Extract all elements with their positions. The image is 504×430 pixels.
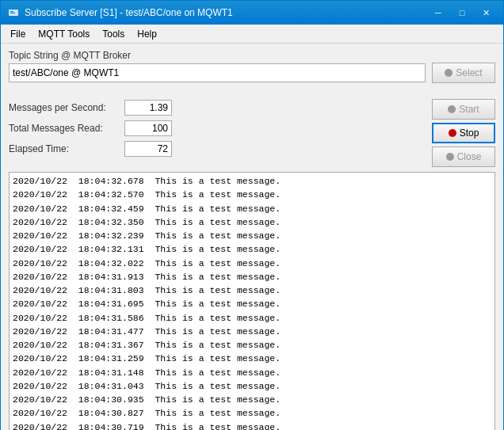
topic-row: Select [9, 63, 495, 83]
title-bar-controls: ─ □ ✕ [427, 5, 497, 21]
svg-rect-1 [10, 11, 13, 12]
log-line: 2020/10/22 18:04:32.678 This is a test m… [13, 174, 491, 188]
log-line: 2020/10/22 18:04:32.459 This is a test m… [13, 202, 491, 215]
log-line: 2020/10/22 18:04:30.827 This is a test m… [13, 406, 491, 420]
menu-help[interactable]: Help [131, 27, 163, 41]
window-title: Subscribe Server [S1] - test/ABC/one on … [25, 7, 233, 18]
messages-per-second-row: Messages per Second: [9, 99, 172, 116]
topic-section: Topic String @ MQTT Broker Select [9, 50, 495, 83]
stats-column: Messages per Second: Total Messages Read… [9, 99, 172, 158]
log-line: 2020/10/22 18:04:31.477 This is a test m… [13, 325, 491, 338]
log-line: 2020/10/22 18:04:31.148 This is a test m… [13, 366, 491, 379]
middle-section: Messages per Second: Total Messages Read… [9, 99, 495, 167]
total-messages-value [124, 120, 172, 136]
messages-per-second-value [124, 100, 172, 116]
log-line: 2020/10/22 18:04:31.367 This is a test m… [13, 338, 491, 352]
buttons-column: Start Stop Close [432, 99, 495, 167]
start-icon-circle [448, 105, 456, 113]
log-line: 2020/10/22 18:04:31.259 This is a test m… [13, 352, 491, 365]
select-icon-circle [445, 69, 452, 77]
log-line: 2020/10/22 18:04:32.131 This is a test m… [13, 242, 491, 256]
elapsed-time-label: Elapsed Time: [9, 143, 120, 154]
elapsed-time-row: Elapsed Time: [9, 140, 172, 158]
messages-per-second-label: Messages per Second: [9, 102, 120, 113]
total-messages-row: Total Messages Read: [9, 120, 172, 137]
log-line: 2020/10/22 18:04:31.913 This is a test m… [13, 270, 491, 283]
start-label: Start [459, 104, 479, 115]
log-line: 2020/10/22 18:04:31.803 This is a test m… [13, 283, 491, 297]
log-line: 2020/10/22 18:04:32.239 This is a test m… [13, 229, 491, 242]
log-line: 2020/10/22 18:04:31.586 This is a test m… [13, 311, 491, 325]
log-line: 2020/10/22 18:04:30.719 This is a test m… [13, 420, 491, 431]
title-bar-left: Subscribe Server [S1] - test/ABC/one on … [7, 6, 233, 19]
svg-rect-2 [10, 13, 15, 13]
log-area[interactable]: 2020/10/22 18:04:32.678 This is a test m… [9, 172, 495, 430]
close-window-button[interactable]: ✕ [475, 5, 497, 21]
main-content: Topic String @ MQTT Broker Select Messag… [1, 44, 503, 430]
menu-file[interactable]: File [4, 27, 32, 41]
log-line: 2020/10/22 18:04:32.350 This is a test m… [13, 215, 491, 229]
start-button[interactable]: Start [432, 99, 495, 120]
menu-tools[interactable]: Tools [96, 27, 131, 41]
topic-label: Topic String @ MQTT Broker [9, 50, 495, 61]
log-line: 2020/10/22 18:04:31.043 This is a test m… [13, 379, 491, 393]
select-label: Select [456, 67, 482, 78]
select-button[interactable]: Select [432, 63, 495, 83]
log-line: 2020/10/22 18:04:31.695 This is a test m… [13, 297, 491, 310]
close-label: Close [457, 151, 482, 162]
stop-label: Stop [460, 127, 479, 139]
app-icon [7, 6, 20, 19]
log-line: 2020/10/22 18:04:32.022 This is a test m… [13, 257, 491, 270]
total-messages-label: Total Messages Read: [9, 123, 120, 134]
stop-button[interactable]: Stop [432, 123, 495, 143]
stop-icon-circle [449, 129, 456, 137]
minimize-button[interactable]: ─ [427, 5, 449, 21]
elapsed-time-value [124, 141, 172, 157]
menu-bar: File MQTT Tools Tools Help [1, 25, 503, 44]
main-window: Subscribe Server [S1] - test/ABC/one on … [0, 0, 504, 430]
log-line: 2020/10/22 18:04:30.935 This is a test m… [13, 393, 491, 406]
maximize-button[interactable]: □ [451, 5, 473, 21]
close-button[interactable]: Close [432, 147, 495, 167]
title-bar: Subscribe Server [S1] - test/ABC/one on … [1, 1, 503, 25]
spacer1 [9, 88, 495, 94]
menu-mqtt-tools[interactable]: MQTT Tools [32, 27, 96, 41]
close-icon-circle [446, 153, 454, 161]
topic-input[interactable] [9, 63, 426, 82]
log-line: 2020/10/22 18:04:32.570 This is a test m… [13, 188, 491, 201]
